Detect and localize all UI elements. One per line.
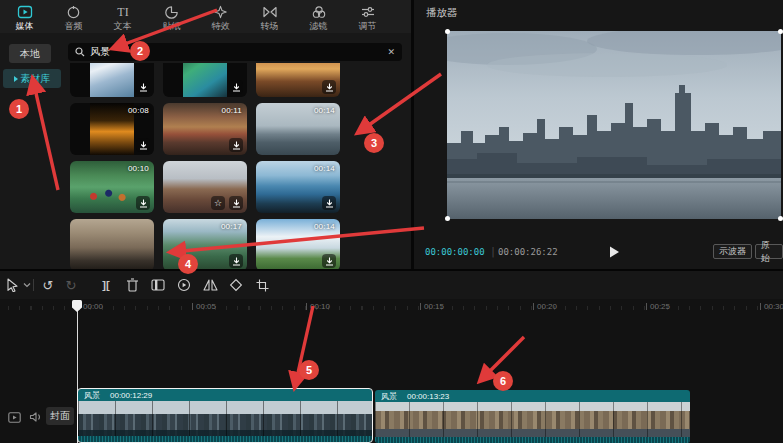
mirror-icon[interactable] [202,277,218,293]
download-icon[interactable] [136,138,150,152]
player-panel: 播放器 [414,0,783,269]
timeline-panel: ↺ ↻ ][ 00:00 00:05 [0,269,783,443]
ruler-label: 00:10 [310,302,330,311]
media-item[interactable]: 00:10 [70,161,154,213]
freeze-frame-icon[interactable] [150,277,166,293]
sidebar-item-library[interactable]: 素材库 [3,69,61,88]
media-panel: 媒体 音频 TI 文本 贴纸 [0,0,411,269]
media-item[interactable] [70,219,154,269]
tab-audio[interactable]: 音频 [49,0,98,33]
download-icon[interactable] [136,80,150,94]
clip-header: 风景 00:00:12:29 [78,389,372,401]
clip-duration: 00:00:13:23 [407,392,449,401]
search-icon [75,47,85,57]
select-tool-icon[interactable] [4,277,20,293]
download-icon[interactable] [322,80,336,94]
clip-filmstrip [375,402,690,437]
city-skyline-frame [447,31,781,219]
tab-sticker[interactable]: 贴纸 [147,0,196,33]
search-input[interactable] [90,47,387,58]
video-preview[interactable] [447,31,781,219]
tab-media[interactable]: 媒体 [0,0,49,33]
scopes-button[interactable]: 示波器 [713,244,752,259]
audio-icon [66,4,81,19]
download-icon[interactable] [136,196,150,210]
download-icon[interactable] [322,254,336,268]
tab-label: 特效 [212,21,230,31]
ruler-label: 00:15 [424,302,444,311]
selection-handle[interactable] [778,216,783,221]
media-grid: 00:08 00:11 00:14 00:10 ☆ 00: [68,63,411,269]
close-icon[interactable]: ✕ [387,48,395,57]
tab-effects[interactable]: 特效 [196,0,245,33]
ruler-label: 00:05 [196,302,216,311]
video-track-icon[interactable] [6,409,22,425]
media-item[interactable]: 00:14 [256,219,340,269]
sticker-icon [164,4,179,19]
media-item[interactable] [163,63,247,97]
tab-text[interactable]: TI 文本 [98,0,147,33]
media-item[interactable] [256,63,340,97]
media-item[interactable]: 00:14 [256,161,340,213]
media-item[interactable] [70,63,154,97]
rotate-icon[interactable] [228,277,244,293]
tab-transition[interactable]: 转场 [245,0,294,33]
favorite-star-icon[interactable]: ☆ [211,196,225,210]
download-icon[interactable] [229,254,243,268]
clip-name: 风景 [84,390,100,401]
selection-handle[interactable] [778,29,783,34]
toolbar-divider [33,279,34,291]
library-label: 素材库 [21,72,51,86]
playhead-line[interactable] [77,301,78,443]
time-separator: | [490,246,496,257]
timeline-ruler[interactable]: 00:00 00:05 00:10 00:15 00:20 00:25 00:3… [0,299,783,316]
media-item[interactable]: 00:08 [70,103,154,155]
ruler-label: 00:20 [537,302,557,311]
tab-label: 贴纸 [163,21,181,31]
tab-adjust[interactable]: 调节 [343,0,392,33]
clip-duration: 00:00:12:29 [110,391,152,400]
player-controls: 00:00:00:00 | 00:00:26:22 示波器 原始 [414,238,783,266]
tab-label: 音频 [65,21,83,31]
download-icon[interactable] [322,196,336,210]
timeline-clip-2[interactable]: 风景 00:00:13:23 [375,390,690,443]
media-item[interactable]: 00:11 [163,103,247,155]
clip-header: 风景 00:00:13:23 [375,390,690,402]
expand-arrow-icon [14,76,18,82]
delete-icon[interactable] [124,277,140,293]
media-item[interactable]: 00:14 [256,103,340,155]
media-sidebar: 本地 素材库 [0,33,66,269]
selection-handle[interactable] [445,29,450,34]
crop-icon[interactable] [254,277,270,293]
effects-icon [213,4,228,19]
reverse-play-icon[interactable] [176,277,192,293]
download-icon[interactable] [229,80,243,94]
tab-filter[interactable]: 滤镜 [294,0,343,33]
cover-button[interactable]: 封面 [46,407,74,425]
mute-audio-icon[interactable] [27,409,43,425]
tab-label: 调节 [359,21,377,31]
text-icon: TI [115,4,131,19]
clip-waveform [78,436,372,442]
download-icon[interactable] [229,138,243,152]
transition-icon [262,4,278,19]
undo-icon[interactable]: ↺ [40,277,56,293]
selection-handle[interactable] [445,216,450,221]
original-button[interactable]: 原始 [755,244,783,259]
play-icon [606,244,622,260]
filter-icon [311,4,327,19]
play-button[interactable] [606,244,622,260]
ruler-label: 00:25 [650,302,670,311]
media-item[interactable]: 00:17 [163,219,247,269]
tab-label: 媒体 [16,21,34,31]
ruler-label: 00:30 [764,302,783,311]
search-bar[interactable]: ✕ [68,43,402,61]
local-label: 本地 [20,47,40,61]
split-icon[interactable]: ][ [98,277,114,293]
download-icon[interactable] [229,196,243,210]
sidebar-item-local[interactable]: 本地 [9,44,51,63]
media-item[interactable]: ☆ [163,161,247,213]
redo-icon[interactable]: ↻ [63,277,79,293]
player-title: 播放器 [426,6,458,20]
timeline-clip-1[interactable]: 风景 00:00:12:29 [78,389,372,442]
